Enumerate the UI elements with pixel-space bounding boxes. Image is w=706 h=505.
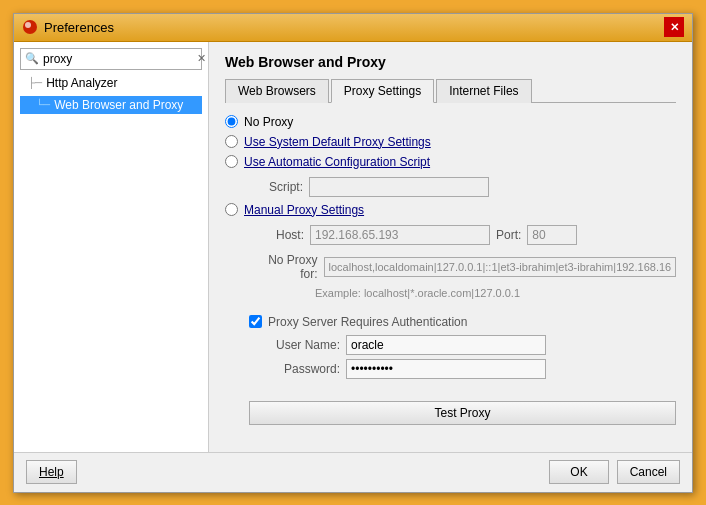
host-port-row: Host: Port: bbox=[249, 225, 676, 245]
script-input[interactable] bbox=[309, 177, 489, 197]
content-area: 🔍 ✕ ├─ Http Analyzer └─ Web Browser and … bbox=[14, 42, 692, 452]
auth-checkbox-row: Proxy Server Requires Authentication bbox=[249, 315, 676, 329]
password-input[interactable] bbox=[346, 359, 546, 379]
manual-proxy-row: Manual Proxy Settings bbox=[225, 203, 676, 217]
sidebar-item-label: Web Browser and Proxy bbox=[54, 98, 183, 112]
host-label: Host: bbox=[249, 228, 304, 242]
window-title: Preferences bbox=[44, 20, 114, 35]
system-default-label: Use System Default Proxy Settings bbox=[244, 135, 431, 149]
no-proxy-row: No Proxy bbox=[225, 115, 676, 129]
title-bar: Preferences ✕ bbox=[14, 14, 692, 42]
search-box: 🔍 ✕ bbox=[20, 48, 202, 70]
username-input[interactable] bbox=[346, 335, 546, 355]
ok-button[interactable]: OK bbox=[549, 460, 608, 484]
sidebar-item-http-analyzer[interactable]: ├─ Http Analyzer bbox=[20, 74, 202, 92]
ok-cancel-group: OK Cancel bbox=[549, 460, 680, 484]
no-proxy-for-label: No Proxy for: bbox=[249, 253, 318, 281]
auth-section: Proxy Server Requires Authentication Use… bbox=[249, 315, 676, 379]
proxy-form: No Proxy Use System Default Proxy Settin… bbox=[225, 115, 676, 425]
port-input[interactable] bbox=[527, 225, 577, 245]
system-default-radio[interactable] bbox=[225, 135, 238, 148]
password-row: Password: bbox=[265, 359, 676, 379]
auth-checkbox[interactable] bbox=[249, 315, 262, 328]
tab-proxy-settings[interactable]: Proxy Settings bbox=[331, 79, 434, 103]
tabs: Web Browsers Proxy Settings Internet Fil… bbox=[225, 78, 676, 103]
title-bar-left: Preferences bbox=[22, 19, 114, 35]
manual-proxy-label: Manual Proxy Settings bbox=[244, 203, 364, 217]
bottom-bar: Help OK Cancel bbox=[14, 452, 692, 492]
main-panel: Web Browser and Proxy Web Browsers Proxy… bbox=[209, 42, 692, 452]
port-label: Port: bbox=[496, 228, 521, 242]
no-proxy-radio[interactable] bbox=[225, 115, 238, 128]
no-proxy-for-row: No Proxy for: bbox=[249, 253, 676, 281]
tab-internet-files[interactable]: Internet Files bbox=[436, 79, 531, 103]
password-label: Password: bbox=[265, 362, 340, 376]
tree-connector: └─ bbox=[36, 99, 50, 110]
system-default-row: Use System Default Proxy Settings bbox=[225, 135, 676, 149]
cancel-button[interactable]: Cancel bbox=[617, 460, 680, 484]
auto-config-radio[interactable] bbox=[225, 155, 238, 168]
help-button[interactable]: Help bbox=[26, 460, 77, 484]
example-text: Example: localhost|*.oracle.com|127.0.0.… bbox=[315, 287, 676, 299]
close-button[interactable]: ✕ bbox=[664, 17, 684, 37]
auth-checkbox-label: Proxy Server Requires Authentication bbox=[268, 315, 467, 329]
no-proxy-label: No Proxy bbox=[244, 115, 293, 129]
auth-fields: User Name: Password: bbox=[265, 335, 676, 379]
clear-search-button[interactable]: ✕ bbox=[197, 52, 206, 65]
manual-proxy-radio[interactable] bbox=[225, 203, 238, 216]
sidebar-item-web-browser-and-proxy[interactable]: └─ Web Browser and Proxy bbox=[20, 96, 202, 114]
auto-config-label: Use Automatic Configuration Script bbox=[244, 155, 430, 169]
app-icon bbox=[22, 19, 38, 35]
script-label: Script: bbox=[265, 180, 303, 194]
auto-config-row: Use Automatic Configuration Script bbox=[225, 155, 676, 169]
script-row: Script: bbox=[265, 177, 676, 197]
no-proxy-for-input[interactable] bbox=[324, 257, 676, 277]
panel-title: Web Browser and Proxy bbox=[225, 54, 676, 70]
tree-connector: ├─ bbox=[28, 77, 42, 88]
search-icon: 🔍 bbox=[25, 52, 39, 65]
sidebar-item-label: Http Analyzer bbox=[46, 76, 117, 90]
svg-point-1 bbox=[25, 22, 31, 28]
search-input[interactable] bbox=[43, 52, 193, 66]
username-row: User Name: bbox=[265, 335, 676, 355]
username-label: User Name: bbox=[265, 338, 340, 352]
test-proxy-button[interactable]: Test Proxy bbox=[249, 401, 676, 425]
host-input[interactable] bbox=[310, 225, 490, 245]
preferences-window: Preferences ✕ 🔍 ✕ ├─ Http Analyzer └─ We… bbox=[13, 13, 693, 493]
tab-web-browsers[interactable]: Web Browsers bbox=[225, 79, 329, 103]
sidebar: 🔍 ✕ ├─ Http Analyzer └─ Web Browser and … bbox=[14, 42, 209, 452]
